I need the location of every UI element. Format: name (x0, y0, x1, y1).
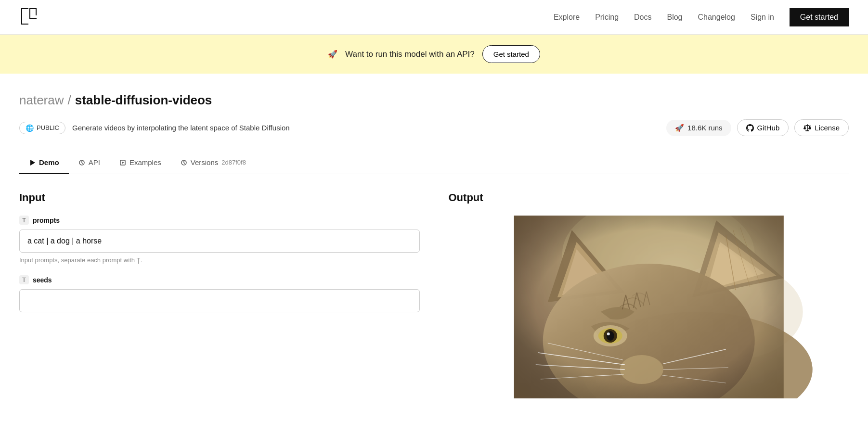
tab-examples-label: Examples (130, 158, 161, 166)
globe-icon: 🌐 (26, 124, 34, 132)
input-title: Input (19, 191, 420, 204)
content-grid: Input T prompts Input prompts, separate … (19, 191, 849, 418)
svg-rect-0 (21, 8, 28, 9)
github-button[interactable]: GitHub (737, 119, 789, 136)
svg-rect-1 (21, 8, 22, 25)
model-meta: 🌐 PUBLIC Generate videos by interpolatin… (19, 119, 849, 136)
navbar: Explore Pricing Docs Blog Changelog Sign… (0, 0, 868, 35)
api-icon (78, 159, 85, 166)
seeds-input[interactable] (19, 289, 420, 312)
prompts-type-indicator: T (19, 216, 29, 225)
examples-icon (119, 159, 126, 166)
prompts-input[interactable] (19, 230, 420, 253)
tab-api-label: API (89, 158, 100, 166)
svg-rect-3 (29, 8, 37, 9)
breadcrumb-separator: / (68, 93, 71, 108)
tab-examples[interactable]: Examples (110, 152, 171, 174)
badge-label: PUBLIC (37, 124, 59, 131)
nav-explore[interactable]: Explore (554, 13, 580, 22)
tab-api[interactable]: API (69, 152, 110, 174)
license-icon (803, 124, 811, 132)
runs-label: 18.6K runs (687, 124, 723, 132)
svg-marker-7 (30, 160, 35, 166)
svg-rect-4 (36, 8, 37, 15)
model-meta-right: 🚀 18.6K runs GitHub License (666, 119, 849, 136)
tab-versions-label: Versions (191, 158, 219, 166)
nav-docs[interactable]: Docs (634, 13, 651, 22)
model-description: Generate videos by interpolating the lat… (72, 124, 290, 132)
output-image (449, 216, 849, 398)
tab-demo-label: Demo (39, 158, 59, 166)
nav-get-started-button[interactable]: Get started (790, 8, 849, 26)
license-label: License (815, 124, 840, 132)
github-label: GitHub (757, 124, 780, 132)
breadcrumb-user[interactable]: nateraw (19, 93, 64, 108)
svg-rect-39 (514, 216, 783, 398)
license-button[interactable]: License (794, 119, 849, 136)
svg-rect-6 (29, 18, 37, 19)
banner-emoji: 🚀 (328, 50, 337, 59)
tabs: Demo API Examples Versions 2d87f0f8 (19, 152, 849, 174)
play-icon (29, 159, 36, 166)
runs-icon: 🚀 (675, 124, 684, 132)
public-badge: 🌐 PUBLIC (19, 122, 65, 134)
prompts-label-row: T prompts (19, 216, 420, 225)
svg-rect-2 (21, 24, 28, 25)
runs-count: 🚀 18.6K runs (666, 120, 731, 136)
tab-versions[interactable]: Versions 2d87f0f8 (171, 152, 256, 174)
seeds-field-name: seeds (33, 276, 52, 284)
input-panel: Input T prompts Input prompts, separate … (19, 191, 420, 398)
output-image-container (449, 216, 849, 398)
versions-icon (181, 159, 187, 166)
nav-signin[interactable]: Sign in (751, 13, 774, 22)
output-panel: Output (449, 191, 849, 398)
banner-get-started-button[interactable]: Get started (482, 45, 540, 63)
banner-text: Want to run this model with an API? (345, 50, 475, 59)
seeds-label-row: T seeds (19, 275, 420, 284)
api-banner: 🚀 Want to run this model with an API? Ge… (0, 35, 868, 74)
breadcrumb: nateraw / stable-diffusion-videos (19, 93, 849, 108)
nav-links: Explore Pricing Docs Blog Changelog Sign… (554, 8, 849, 26)
prompts-hint: Input prompts, separate each prompt with… (19, 256, 420, 264)
nav-blog[interactable]: Blog (667, 13, 682, 22)
svg-rect-5 (29, 8, 30, 18)
output-title: Output (449, 191, 849, 204)
logo[interactable] (19, 6, 39, 28)
model-meta-left: 🌐 PUBLIC Generate videos by interpolatin… (19, 122, 290, 134)
nav-changelog[interactable]: Changelog (698, 13, 735, 22)
nav-pricing[interactable]: Pricing (595, 13, 619, 22)
tab-demo[interactable]: Demo (19, 152, 69, 174)
main-content: nateraw / stable-diffusion-videos 🌐 PUBL… (0, 74, 868, 418)
breadcrumb-repo[interactable]: stable-diffusion-videos (75, 93, 212, 108)
version-hash: 2d87f0f8 (221, 159, 246, 166)
github-icon (746, 124, 754, 132)
seeds-type-indicator: T (19, 275, 29, 284)
prompts-field-name: prompts (33, 217, 60, 224)
